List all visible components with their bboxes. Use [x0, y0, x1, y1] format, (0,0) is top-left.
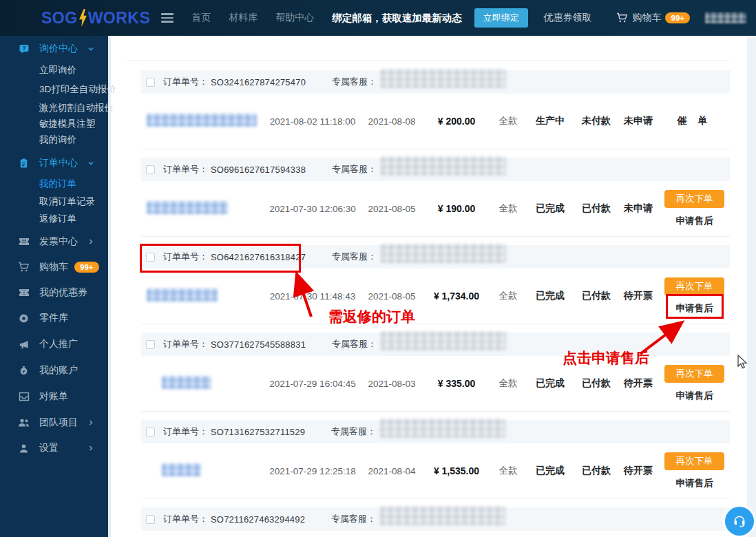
product-name-redacted[interactable] [147, 114, 257, 127]
order-delivery-date: 2021-08-03 [361, 379, 422, 389]
order-created-time: 2021-07-30 11:48:43 [264, 291, 361, 302]
cs-name-redacted [381, 156, 506, 176]
order-row: 2021-07-30 12:06:30 2021-08-05 ¥ 190.00 … [141, 181, 730, 237]
order-no: SO6421627616318427 [211, 252, 306, 262]
bind-email-notice: 绑定邮箱，获取速加最新动态 [332, 12, 462, 25]
menu-hamburger-icon[interactable] [161, 13, 174, 23]
username-redacted[interactable] [705, 12, 746, 23]
order-delivery-date: 2021-08-04 [361, 466, 422, 476]
order-row: 2021-07-29 16:04:45 2021-08-03 ¥ 335.00 … [141, 356, 730, 412]
cs-name-redacted [381, 69, 506, 88]
order-delivery-date: 2021-08-05 [361, 204, 422, 214]
order-no: SO3241627874275470 [211, 77, 306, 87]
logo-text-2: WORKS [88, 9, 151, 28]
reorder-button[interactable]: 再次下单 [664, 452, 724, 470]
order-delivery-date: 2021-08-05 [361, 291, 422, 302]
megaphone-icon [18, 339, 30, 350]
nav-materials[interactable]: 材料库 [229, 12, 258, 24]
sidebar: ? 询价中心 立即询价 3D打印全自动报价 激光切割自动报价 敏捷模具注塑 我的… [0, 36, 111, 537]
apply-aftersale-link[interactable]: 申请售后 [676, 390, 713, 402]
product-name-redacted[interactable] [147, 288, 218, 302]
order-pay-status: 已付款 [575, 465, 618, 477]
order-checkbox[interactable] [146, 340, 155, 349]
sidebar-item-cart[interactable]: 购物车 99+ [0, 259, 111, 275]
coupon-claim-link[interactable]: 优惠券领取 [543, 12, 591, 24]
nav-home[interactable]: 首页 [191, 12, 211, 24]
sidebar-item-inquiry-center[interactable]: ? 询价中心 [0, 41, 111, 57]
sidebar-item-my-inquiries[interactable]: 我的询价 [0, 131, 111, 148]
sidebar-item-order-center[interactable]: 订单中心 [0, 155, 111, 171]
apply-aftersale-link[interactable]: 申请售后 [676, 302, 713, 315]
sidebar-item-repair-orders[interactable]: 返修订单 [0, 211, 111, 227]
order-pay-type: 全款 [491, 115, 525, 127]
sidebar-item-my-orders[interactable]: 我的订单 [0, 176, 111, 192]
order-pay-status: 已付款 [575, 377, 618, 390]
order-created-time: 2021-07-29 16:04:45 [264, 379, 361, 389]
sidebar-item-quote-now[interactable]: 立即询价 [0, 62, 111, 78]
team-icon [18, 417, 30, 429]
sidebar-item-statements[interactable]: 对账单 [0, 388, 111, 405]
sidebar-item-parts-library[interactable]: 零件库 [0, 310, 111, 326]
logo[interactable]: SOG WORKS [41, 9, 150, 28]
sidebar-item-settings[interactable]: 设置 [0, 440, 111, 456]
order-card: 订单单号： SO6421627616318427 专属客服： 2021-07-3… [141, 245, 730, 324]
order-no: SO6961627617594338 [211, 165, 306, 175]
product-name-redacted[interactable] [162, 376, 211, 389]
order-pay-status: 已付款 [575, 290, 618, 302]
order-no-label: 订单单号： [163, 513, 208, 525]
sidebar-item-team-projects[interactable]: 团队项目 [0, 414, 111, 431]
sidebar-item-my-coupons[interactable]: 我的优惠券 [0, 284, 111, 301]
nut-icon [18, 313, 30, 324]
order-status: 生产中 [525, 115, 575, 127]
navbar-cart[interactable]: 购物车 99+ [616, 12, 690, 24]
cs-label: 专属客服： [331, 425, 376, 438]
sidebar-item-rapid-tooling[interactable]: 敏捷模具注塑 [0, 116, 111, 132]
order-no-label: 订单单号： [163, 163, 208, 176]
sidebar-item-personal-promotion[interactable]: 个人推广 [0, 336, 111, 352]
product-name-redacted[interactable] [147, 201, 228, 214]
content-top-divider [126, 61, 730, 61]
urge-order-button[interactable]: 催 单 [678, 115, 712, 127]
order-no-label: 订单单号： [163, 251, 208, 263]
order-row: 2021-07-29 12:25:18 2021-08-04 ¥ 1,535.0… [141, 443, 730, 499]
bind-now-button[interactable]: 立即绑定 [474, 8, 528, 28]
order-checkbox[interactable] [146, 78, 155, 87]
sidebar-item-3d-print-auto-quote[interactable]: 3D打印全自动报价 [0, 81, 111, 98]
invoice-ticket-icon [18, 236, 30, 248]
order-checkbox[interactable] [146, 165, 155, 174]
reorder-button[interactable]: 再次下单 [664, 277, 724, 295]
order-invoice-status: 待开票 [618, 290, 659, 302]
order-created-time: 2021-07-29 12:25:18 [264, 466, 361, 476]
order-no-label: 订单单号： [163, 76, 208, 88]
order-card: 订单单号： SO3771627545588831 专属客服： 2021-07-2… [141, 333, 730, 412]
order-no: SO3771627545588831 [211, 339, 306, 350]
sidebar-item-my-account[interactable]: 我的账户 [0, 362, 111, 379]
apply-aftersale-link[interactable]: 申请售后 [676, 215, 713, 227]
reorder-button[interactable]: 再次下单 [664, 190, 724, 208]
chevron-down-icon [87, 157, 94, 169]
order-checkbox[interactable] [146, 515, 155, 524]
sidebar-item-invoice-center[interactable]: 发票中心 [0, 233, 111, 250]
order-status: 已完成 [525, 290, 575, 302]
order-delivery-date: 2021-08-08 [361, 116, 422, 127]
cs-name-redacted [380, 419, 505, 438]
order-card: 订单单号： SO7131627532711529 专属客服： 2021-07-2… [141, 420, 730, 499]
order-no-label: 订单单号： [163, 338, 208, 350]
sidebar-item-laser-cut-auto-quote[interactable]: 激光切割自动报价 [0, 100, 111, 116]
order-invoice-status: 待开票 [618, 377, 659, 390]
order-checkbox[interactable] [146, 253, 155, 262]
nav-help-center[interactable]: 帮助中心 [275, 12, 314, 24]
order-price: ¥ 1,734.00 [422, 291, 491, 302]
customer-service-button[interactable] [725, 507, 754, 536]
money-bag-icon [18, 365, 30, 377]
cs-label: 专属客服： [331, 513, 376, 525]
product-name-redacted[interactable] [162, 463, 201, 476]
svg-text:?: ? [22, 45, 25, 52]
apply-aftersale-link[interactable]: 申请售后 [676, 477, 713, 489]
scrollbar-track[interactable] [747, 36, 756, 537]
order-checkbox[interactable] [146, 428, 155, 436]
order-pay-type: 全款 [491, 465, 525, 477]
sidebar-item-cancel-order-records[interactable]: 取消订单记录 [0, 193, 111, 210]
reorder-button[interactable]: 再次下单 [664, 365, 724, 383]
order-pay-status: 未付款 [575, 115, 618, 127]
